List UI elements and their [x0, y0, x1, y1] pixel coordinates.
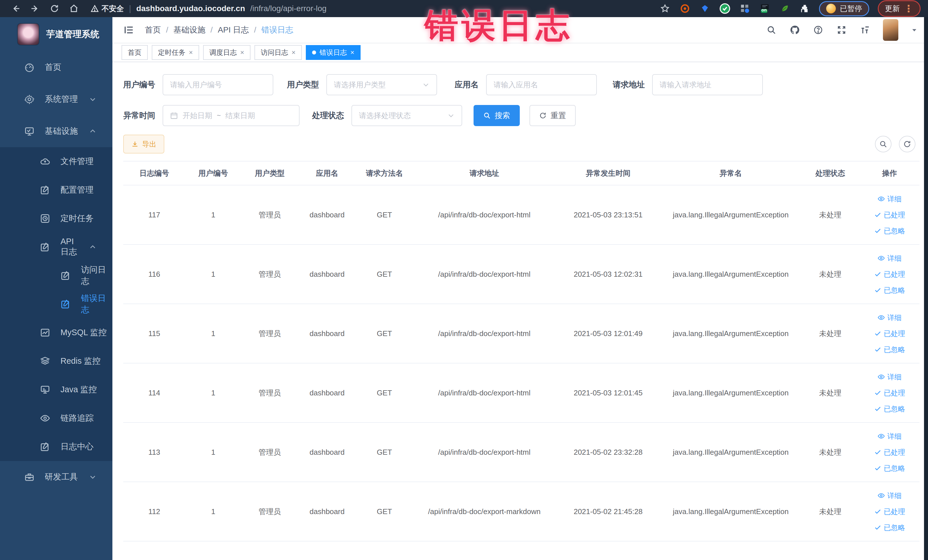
collapse-menu-icon[interactable]	[123, 24, 135, 36]
sidebar-item-java[interactable]: Java 监控	[0, 375, 112, 404]
profile-paused-pill[interactable]: 已暂停	[819, 1, 869, 16]
refresh-button[interactable]	[899, 136, 916, 153]
forward-icon[interactable]	[27, 2, 43, 15]
mark-processed-link[interactable]: 已处理	[863, 385, 917, 401]
sidebar-item-trace[interactable]: 链路追踪	[0, 404, 112, 432]
bookmark-star-icon[interactable]	[659, 3, 671, 14]
dashboard-icon	[24, 62, 35, 72]
user-avatar[interactable]	[883, 19, 898, 41]
sidebar-item-redis[interactable]: Redis 监控	[0, 347, 112, 375]
browser-update-pill[interactable]: 更新 ⋮	[878, 0, 920, 17]
mark-processed-link[interactable]: 已处理	[863, 266, 917, 282]
warning-icon	[91, 5, 99, 12]
breadcrumb-home[interactable]: 首页	[145, 24, 161, 35]
mark-processed-link[interactable]: 已处理	[863, 207, 917, 223]
sidebar-item-infra[interactable]: 基础设施	[0, 115, 112, 147]
tab-home[interactable]: 首页	[122, 45, 148, 60]
tab-job-log[interactable]: 调度日志×	[203, 45, 250, 60]
date-separator: ~	[217, 111, 221, 119]
fullscreen-icon[interactable]	[836, 24, 847, 35]
kebab-menu-icon[interactable]: ⋮	[904, 3, 913, 14]
font-size-icon[interactable]	[859, 24, 870, 35]
mark-ignored-link[interactable]: 已忽略	[863, 342, 917, 357]
ext-grid-icon[interactable]	[739, 3, 751, 14]
col-log-id: 日志编号	[123, 161, 185, 185]
mark-ignored-link[interactable]: 已忽略	[863, 282, 917, 298]
user-id-input[interactable]	[170, 81, 266, 89]
sidebar-item-mysql[interactable]: MySQL 监控	[0, 318, 112, 347]
logo-row[interactable]: 芋道管理系统	[0, 17, 112, 51]
github-icon[interactable]	[789, 24, 800, 35]
sidebar-item-log-center[interactable]: 日志中心	[0, 432, 112, 461]
sidebar-item-job[interactable]: 定时任务	[0, 204, 112, 233]
ext-puzzle-icon[interactable]	[799, 3, 810, 14]
detail-link[interactable]: 详细	[863, 310, 917, 325]
detail-link[interactable]: 详细	[863, 250, 917, 266]
tab-error-log[interactable]: 错误日志×	[306, 45, 360, 60]
mark-ignored-link[interactable]: 已忽略	[863, 519, 917, 536]
detail-link[interactable]: 详细	[863, 488, 917, 504]
close-icon[interactable]: ×	[350, 49, 354, 56]
ext-blue-icon[interactable]	[699, 3, 711, 14]
app-name-input[interactable]	[493, 81, 589, 89]
reload-icon[interactable]	[46, 2, 63, 15]
address-bar[interactable]: 不安全 | dashboard.yudao.iocoder.cn/infra/l…	[91, 4, 327, 14]
close-icon[interactable]: ×	[292, 49, 296, 56]
detail-link[interactable]: 详细	[863, 191, 917, 207]
breadcrumb-api-log[interactable]: API 日志	[218, 24, 249, 35]
request-url-label: 请求地址	[613, 79, 645, 90]
sidebar-item-access-log[interactable]: 访问日志	[0, 261, 112, 290]
access-log-icon	[61, 270, 71, 281]
sidebar-item-file[interactable]: 文件管理	[0, 147, 112, 176]
tab-job[interactable]: 定时任务×	[152, 45, 199, 60]
ext-leaf-icon[interactable]	[779, 3, 791, 14]
sidebar-item-label: 文件管理	[61, 156, 93, 167]
cell-log-id: 113	[123, 423, 185, 482]
user-id-label: 用户编号	[123, 79, 155, 90]
col-method: 请求方法名	[356, 161, 413, 185]
ext-green-check-icon[interactable]	[719, 3, 731, 14]
mark-ignored-link[interactable]: 已忽略	[863, 460, 917, 476]
sidebar-item-dev-tools[interactable]: 研发工具	[0, 461, 112, 493]
request-url-input[interactable]	[659, 81, 756, 89]
date-range-picker[interactable]: 开始日期 ~ 结束日期	[163, 105, 299, 126]
breadcrumb-infra[interactable]: 基础设施	[174, 24, 205, 35]
search-icon[interactable]	[766, 24, 777, 35]
cell-log-id: 117	[123, 185, 185, 244]
cell-actions: 详细 已处理 已忽略	[860, 244, 919, 304]
sidebar-item-home[interactable]: 首页	[0, 51, 112, 83]
mark-ignored-link[interactable]: 已忽略	[863, 401, 917, 417]
sidebar-item-api-log[interactable]: API 日志	[0, 233, 112, 261]
sidebar-item-system[interactable]: 系统管理	[0, 83, 112, 115]
tab-access-log[interactable]: 访问日志×	[255, 45, 302, 60]
extension-area: on 已暂停 更新 ⋮	[659, 0, 920, 17]
help-icon[interactable]	[813, 24, 824, 35]
home-icon[interactable]	[66, 2, 82, 15]
close-icon[interactable]: ×	[189, 49, 193, 56]
mark-ignored-link[interactable]: 已忽略	[863, 223, 917, 239]
sidebar-item-config[interactable]: 配置管理	[0, 176, 112, 204]
reset-button[interactable]: 重置	[530, 105, 576, 126]
mark-processed-link[interactable]: 已处理	[863, 444, 917, 460]
user-type-select[interactable]: 请选择用户类型	[327, 74, 437, 95]
detail-link-label: 详细	[887, 191, 902, 207]
process-status-select[interactable]: 请选择处理状态	[351, 105, 462, 126]
ext-on-toggle-icon[interactable]: on	[759, 3, 771, 14]
vertical-scrollbar[interactable]	[924, 17, 928, 560]
cell-request-url: /api/infra/db-doc/export-markdown	[413, 482, 556, 541]
mark-processed-link[interactable]: 已处理	[863, 325, 917, 342]
close-icon[interactable]: ×	[240, 49, 244, 56]
caret-down-icon[interactable]	[911, 26, 918, 34]
cell-request-url: /api/infra/db-doc/export-html	[413, 304, 556, 363]
detail-link[interactable]: 详细	[863, 428, 917, 444]
export-button[interactable]: 导出	[123, 135, 164, 154]
sidebar-item-error-log[interactable]: 错误日志	[0, 290, 112, 318]
ext-orange-icon[interactable]	[679, 3, 691, 14]
mark-processed-link[interactable]: 已处理	[863, 504, 917, 519]
search-button[interactable]: 搜索	[473, 105, 520, 126]
back-icon[interactable]	[8, 2, 24, 15]
select-placeholder: 请选择处理状态	[359, 111, 411, 121]
hide-search-button[interactable]	[875, 136, 891, 153]
mark-processed-label: 已处理	[884, 444, 905, 460]
detail-link[interactable]: 详细	[863, 369, 917, 385]
